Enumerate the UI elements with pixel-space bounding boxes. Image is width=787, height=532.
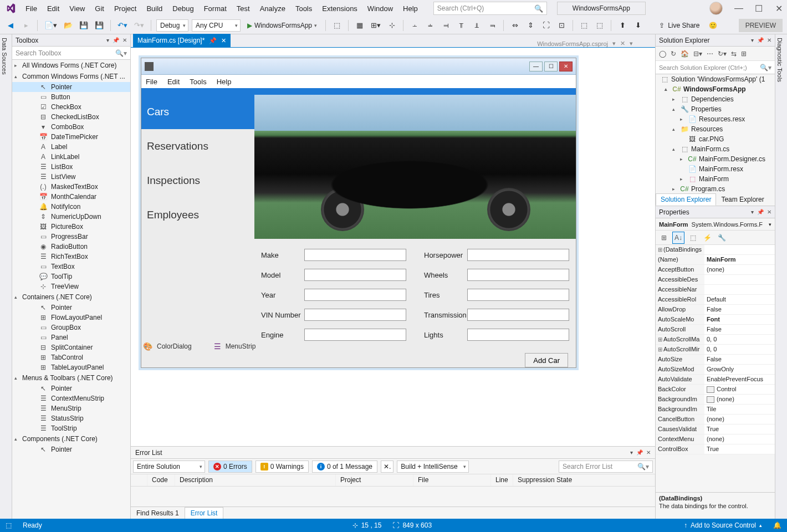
menu-help[interactable]: Help: [398, 2, 422, 15]
home-icon[interactable]: ◯: [659, 50, 666, 58]
prop-value[interactable]: Tile: [704, 405, 775, 414]
field-input-year[interactable]: [304, 289, 406, 301]
prop-row[interactable]: BackgroundImTile: [656, 405, 775, 415]
menu-debug[interactable]: Debug: [168, 2, 198, 15]
tab-pin-icon[interactable]: 📌: [209, 37, 217, 44]
car-png-node[interactable]: 🖼car.PNG: [656, 134, 775, 144]
col-code[interactable]: Code: [147, 474, 175, 486]
liveshare-icon[interactable]: ⇪: [659, 22, 665, 29]
open-icon[interactable]: 📂: [62, 19, 74, 32]
toolbox-item-pointer[interactable]: ↖Pointer: [12, 383, 130, 393]
toolbox-item-listview[interactable]: ☰ListView: [12, 172, 130, 182]
resources-resx-node[interactable]: ▸📄Resources.resx: [656, 114, 775, 124]
prop-row[interactable]: BackgroundIm(none): [656, 395, 775, 405]
menu-build[interactable]: Build: [142, 2, 167, 15]
toolbox-item-radiobutton[interactable]: ◉RadioButton: [12, 242, 130, 252]
menu-git[interactable]: Git: [90, 2, 109, 15]
tb-misc-1-icon[interactable]: ⬚: [331, 19, 343, 32]
menu-view[interactable]: View: [65, 2, 89, 15]
prop-value[interactable]: GrowOnly: [704, 365, 775, 374]
col-file[interactable]: File: [413, 474, 491, 486]
prop-row[interactable]: AutoValidateEnablePreventFocus: [656, 375, 775, 385]
toolbox-item-button[interactable]: ▭Button: [12, 92, 130, 102]
props-icon[interactable]: ⇆: [731, 50, 737, 58]
prop-row[interactable]: AutoScrollFalse: [656, 325, 775, 335]
prop-value[interactable]: False: [704, 325, 775, 334]
context-close-icon[interactable]: ✕: [620, 40, 625, 47]
toolbox-item-listbox[interactable]: ☰ListBox: [12, 162, 130, 172]
menu-format[interactable]: Format: [200, 2, 231, 15]
menu-tools[interactable]: Tools: [291, 2, 316, 15]
prop-value[interactable]: [704, 245, 775, 254]
dropdown-icon[interactable]: ▾: [630, 449, 633, 456]
toolbox-item-toolstrip[interactable]: ☰ToolStrip: [12, 423, 130, 433]
diagnostic-tools-tab[interactable]: Diagnostic Tools: [775, 34, 787, 519]
toolbox-item-tablelayoutpanel[interactable]: ⊞TableLayoutPanel: [12, 362, 130, 372]
toolbox-item-richtextbox[interactable]: ☰RichTextBox: [12, 252, 130, 262]
menu-edit[interactable]: Edit: [43, 2, 64, 15]
prop-value[interactable]: EnablePreventFocus: [704, 375, 775, 384]
form-menu-edit[interactable]: Edit: [167, 78, 180, 86]
form-maximize-icon[interactable]: ☐: [544, 62, 558, 71]
col-project[interactable]: Project: [336, 474, 413, 486]
tab-team-explorer[interactable]: Team Explorer: [716, 193, 769, 206]
context-dropdown-icon[interactable]: ▾: [612, 40, 616, 47]
tb-center-icon[interactable]: ⊡: [555, 19, 568, 32]
tb-size-icon[interactable]: ⛶: [540, 19, 552, 32]
resources-folder-node[interactable]: ▴📁Resources: [656, 124, 775, 134]
col-suppression[interactable]: Suppression State: [513, 474, 655, 486]
toolbox-item-splitcontainer[interactable]: ⊟SplitContainer: [12, 342, 130, 352]
prop-row[interactable]: AutoSizeFalse: [656, 355, 775, 365]
tb-snap-icon[interactable]: ⊹: [386, 19, 398, 32]
pin-icon[interactable]: 📌: [636, 449, 643, 456]
document-tab[interactable]: MainForm.cs [Design]* 📌 ✕: [133, 34, 231, 47]
tb-hspace-icon[interactable]: ⇔: [509, 19, 521, 32]
form-menustrip[interactable]: File Edit Tools Help: [141, 75, 576, 88]
clear-filter-icon[interactable]: ✕.: [381, 461, 394, 473]
toolbox-item-flowlayoutpanel[interactable]: ⊞FlowLayoutPanel: [12, 313, 130, 323]
prop-value[interactable]: [704, 285, 775, 294]
home2-icon[interactable]: 🏠: [681, 50, 689, 58]
tab-close-icon[interactable]: ✕: [221, 37, 226, 44]
source-control-button[interactable]: ↑Add to Source Control▴: [684, 521, 762, 529]
preview-button[interactable]: PREVIEW: [739, 19, 783, 32]
nav-employees[interactable]: Employees: [141, 198, 254, 232]
sync-icon[interactable]: ↻: [671, 50, 676, 58]
error-count-filter[interactable]: ✕0 Errors: [208, 461, 252, 473]
menu-project[interactable]: Project: [110, 2, 141, 15]
prop-row[interactable]: (Name)MainForm: [656, 255, 775, 265]
prop-value[interactable]: (none): [704, 434, 775, 444]
toolbox-item-monthcalendar[interactable]: 📅MonthCalendar: [12, 192, 130, 202]
tab-solution-explorer[interactable]: Solution Explorer: [656, 193, 716, 206]
prop-row[interactable]: CausesValidatTrue: [656, 424, 775, 434]
prop-row[interactable]: AutoSizeModGrowOnly: [656, 365, 775, 375]
events-icon[interactable]: ⚡: [701, 232, 713, 244]
toolbox-item-tabcontrol[interactable]: ⊞TabControl: [12, 352, 130, 362]
prop-row[interactable]: ⊞(DataBindings: [656, 245, 775, 255]
toolbox-item-treeview[interactable]: ⊹TreeView: [12, 282, 130, 291]
field-input-transmission[interactable]: [467, 309, 569, 321]
toolbox-item-pointer[interactable]: ↖Pointer: [12, 82, 130, 92]
toolbox-item-panel[interactable]: ▭Panel: [12, 332, 130, 342]
platform-dropdown[interactable]: Any CPU: [192, 19, 241, 32]
field-input-wheels[interactable]: [467, 269, 569, 281]
panel-close-icon[interactable]: ✕: [646, 449, 651, 456]
toolbox-item-pointer[interactable]: ↖Pointer: [12, 303, 130, 313]
col-line[interactable]: Line: [491, 474, 513, 486]
toolbox-item-progressbar[interactable]: ▭ProgressBar: [12, 232, 130, 242]
mainform-designer-node[interactable]: ▸C#MainForm.Designer.cs: [656, 154, 775, 164]
collapse-icon[interactable]: ⊟▾: [693, 50, 702, 58]
tb-align-center-icon[interactable]: ⫨: [424, 19, 436, 32]
tb-send-back-icon[interactable]: ⬇: [632, 19, 644, 32]
toolbox-group[interactable]: ▸All Windows Forms (.NET Core): [12, 60, 130, 71]
properties-object-selector[interactable]: MainFormSystem.Windows.Forms.F▾: [656, 218, 775, 231]
form-menu-tools[interactable]: Tools: [190, 78, 206, 86]
form-designer[interactable]: — ☐ ✕ File Edit Tools Help Cars Reservat…: [131, 48, 655, 446]
toolbox-item-maskedtextbox[interactable]: (.)MaskedTextBox: [12, 182, 130, 192]
prop-row[interactable]: ContextMenu(none): [656, 434, 775, 444]
field-input-make[interactable]: [304, 249, 406, 261]
prop-value[interactable]: 0, 0: [704, 335, 775, 344]
tb-tab-order-icon[interactable]: ⬚: [594, 19, 606, 32]
close-icon[interactable]: ✕: [775, 4, 783, 12]
liveshare-label[interactable]: Live Share: [668, 22, 699, 29]
